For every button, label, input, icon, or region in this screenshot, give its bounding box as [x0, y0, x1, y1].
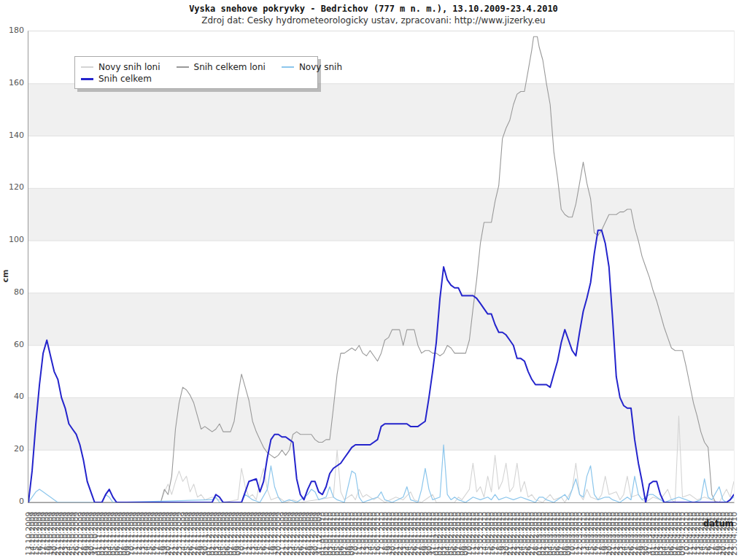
- legend-row: Snih celkem: [81, 73, 317, 85]
- y-tick-label: 80: [0, 287, 24, 297]
- page-subtitle: Zdroj dat: Cesky hydrometeorologicky ust…: [0, 15, 747, 26]
- series-line-snih-celkem: [28, 230, 734, 502]
- legend-box: Novy snih loni Snih celkem loni Novy sni…: [74, 56, 318, 89]
- background-band: [28, 397, 734, 450]
- legend-row: Novy snih loni Snih celkem loni Novy sni…: [81, 61, 317, 73]
- chart-canvas: [28, 31, 734, 502]
- legend-label: Snih celkem: [98, 74, 152, 84]
- y-tick-label: 140: [0, 131, 24, 140]
- snih-celkem-line-swatch: [81, 78, 93, 80]
- snih-celkem-loni-line-swatch: [177, 66, 189, 68]
- background-band: [28, 188, 734, 241]
- legend-item-novy-snih: Novy snih: [282, 62, 342, 72]
- y-tick-label: 120: [0, 182, 24, 192]
- y-tick-label: 180: [0, 26, 24, 35]
- y-tick-label: 100: [0, 235, 24, 244]
- y-tick-label: 20: [0, 444, 24, 454]
- legend-label: Snih celkem loni: [194, 62, 266, 72]
- x-axis-title: datum: [703, 518, 734, 529]
- y-tick-label: 0: [0, 497, 24, 506]
- background-band: [28, 293, 734, 346]
- novy-snih-line-swatch: [282, 66, 294, 68]
- background-band: [28, 84, 734, 136]
- y-tick-label: 40: [0, 392, 24, 401]
- y-tick-label: 60: [0, 340, 24, 349]
- legend-label: Novy snih loni: [98, 62, 160, 72]
- novy-snih-loni-line-swatch: [81, 66, 93, 68]
- legend-item-snih-celkem: Snih celkem: [81, 74, 152, 84]
- y-tick-label: 160: [0, 78, 24, 88]
- legend-item-novy-snih-loni: Novy snih loni: [81, 62, 160, 72]
- snow-depth-chart-page: Vyska snehove pokryvky - Bedrichov (777 …: [0, 0, 747, 560]
- series-line-novy-snih: [28, 445, 734, 502]
- page-title: Vyska snehove pokryvky - Bedrichov (777 …: [0, 4, 747, 14]
- legend-item-snih-celkem-loni: Snih celkem loni: [177, 62, 266, 72]
- y-axis-title: cm: [1, 270, 10, 283]
- plot-area: [28, 31, 735, 503]
- legend-label: Novy snih: [299, 62, 342, 72]
